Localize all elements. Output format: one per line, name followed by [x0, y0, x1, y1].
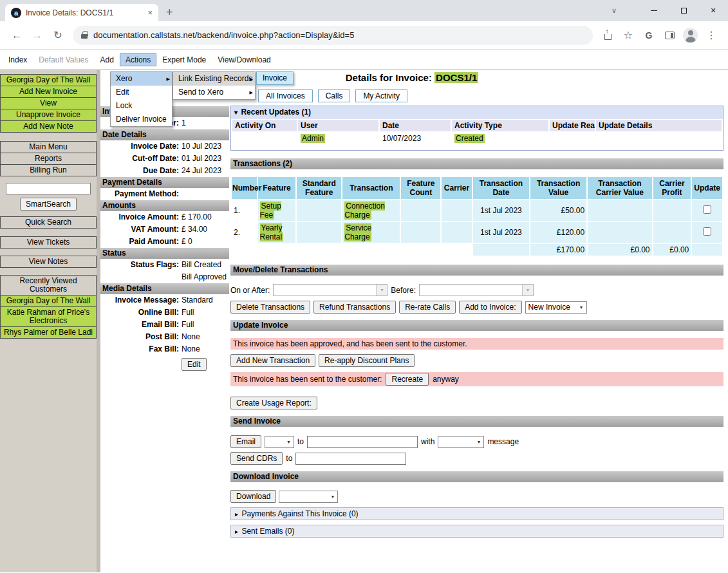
download-button[interactable]: Download	[230, 490, 276, 503]
sidebar-billing-run[interactable]: Billing Run	[0, 164, 97, 176]
column-header: Standard Feature	[297, 177, 341, 199]
field-label: Due Date:	[100, 165, 182, 177]
url-bar[interactable]: documentation.callstats.net/backend/invo…	[73, 26, 593, 45]
menu-item-edit[interactable]: Edit	[111, 86, 172, 99]
delete-transactions-button[interactable]: Delete Transactions	[230, 301, 310, 314]
total-value-cell: £170.00	[530, 244, 586, 256]
maximize-button[interactable]	[669, 0, 698, 21]
transaction-cell: Service Charge	[342, 222, 400, 243]
update-transaction-checkbox[interactable]	[703, 227, 711, 236]
minimize-button[interactable]	[639, 0, 669, 21]
smartsearch-button[interactable]: SmartSearch	[20, 198, 77, 211]
cdrs-to-input[interactable]	[295, 453, 406, 465]
total-carrier-value-cell: £0.00	[588, 244, 651, 256]
sidebar-main-menu[interactable]: Main Menu	[0, 141, 97, 153]
tab-search-chevron-icon[interactable]: ∨	[604, 0, 624, 21]
menu-default-values[interactable]: Default Values	[33, 53, 94, 66]
tab-my-activity[interactable]: My Activity	[355, 89, 407, 102]
expanded-triangle-icon: ▾	[234, 109, 238, 116]
update-transaction-checkbox[interactable]	[703, 205, 711, 214]
add-new-transaction-button[interactable]: Add New Transaction	[230, 354, 315, 367]
transaction-row: 2. Yearly Rental Service Charge 1st Jul …	[232, 222, 722, 243]
collapsed-triangle-icon: ▸	[235, 511, 238, 518]
transactions-header: Transactions (2)	[230, 158, 723, 169]
tab-all-invoices[interactable]: All Invoices	[258, 89, 313, 102]
recent-update-row: Admin 10/07/2023 Created	[232, 133, 722, 144]
share-icon[interactable]	[599, 27, 616, 44]
menu-item-lock[interactable]: Lock	[111, 99, 172, 113]
tab-close-icon[interactable]: ×	[147, 8, 153, 17]
sidebar-quick-search[interactable]: Quick Search	[0, 216, 97, 229]
with-label: with	[421, 437, 434, 446]
empty-cell	[692, 244, 722, 256]
message-label: message	[487, 437, 519, 446]
recent-customer-link[interactable]: Georgia Day of The Wall	[0, 295, 97, 307]
sidebar-add-new-note[interactable]: Add New Note	[0, 120, 97, 133]
email-to-input[interactable]	[307, 436, 418, 448]
sidebar-view-notes[interactable]: View Notes	[0, 256, 97, 268]
back-button[interactable]: ←	[8, 27, 25, 44]
recent-customer-link[interactable]: Rhys Palmer of Belle Ladi	[0, 326, 97, 339]
field-label: Fax Bill:	[100, 343, 182, 355]
email-format-select[interactable]: ▼	[265, 436, 294, 448]
tab-strip: a Invoice Details: DOCS1/1 × + ∨ ×	[0, 0, 728, 21]
tab-calls[interactable]: Calls	[318, 89, 351, 102]
profile-avatar[interactable]	[683, 28, 698, 42]
new-tab-button[interactable]: +	[166, 6, 173, 18]
menu-item-link-existing-records[interactable]: Link Existing Records▶	[173, 72, 255, 86]
recent-updates-toggle[interactable]: ▾ Recent Updates (1)	[231, 106, 723, 118]
field-value	[182, 188, 229, 200]
field-value: None	[182, 343, 229, 355]
sidebar-view-tickets[interactable]: View Tickets	[0, 236, 97, 249]
payments-section-toggle[interactable]: ▸ Payments Against This Invoice (0)	[230, 507, 723, 520]
sidebar-add-new-invoice[interactable]: Add New Invoice	[0, 86, 97, 98]
add-to-invoice-select[interactable]: New Invoice▼	[525, 301, 587, 314]
browser-menu-icon[interactable]: ⋮	[703, 27, 720, 44]
on-or-after-select[interactable]: ▼	[273, 284, 387, 296]
empty-cell	[401, 244, 440, 256]
browser-tab[interactable]: a Invoice Details: DOCS1/1 ×	[5, 4, 158, 21]
sidebar-customer-link[interactable]: Georgia Day of The Wall	[0, 74, 97, 86]
email-bill-row: Email Bill: Full	[100, 319, 229, 331]
forward-button[interactable]: →	[29, 27, 46, 44]
re-rate-calls-button[interactable]: Re-rate Calls	[399, 301, 456, 314]
menu-index[interactable]: Index	[3, 53, 33, 66]
download-row: Download ▼	[230, 490, 723, 503]
menu-item-send-to-xero[interactable]: Send to Xero▶	[173, 86, 255, 99]
invoice-details-panel: Invoice Details Invoice Number: 1 Date D…	[100, 106, 229, 371]
menu-item-deliver-invoice[interactable]: Deliver Invoice	[111, 113, 172, 126]
menu-item-invoice[interactable]: Invoice	[257, 72, 293, 84]
menu-item-xero[interactable]: Xero▶	[111, 72, 172, 86]
sidebar-view[interactable]: View	[0, 97, 97, 109]
menu-actions[interactable]: Actions	[120, 53, 156, 66]
side-panel-icon[interactable]	[661, 27, 678, 44]
download-format-select[interactable]: ▼	[279, 491, 338, 503]
edit-media-button[interactable]: Edit	[182, 358, 207, 371]
bookmark-star-icon[interactable]: ☆	[620, 27, 637, 44]
send-cdrs-button[interactable]: Send CDRs	[230, 452, 283, 465]
online-bill-row: Online Bill: Full	[100, 306, 229, 319]
sidebar-unapprove-invoice[interactable]: Unapprove Invoice	[0, 109, 97, 121]
refund-transactions-button[interactable]: Refund Transactions	[313, 301, 396, 314]
reapply-discount-plans-button[interactable]: Re-apply Discount Plans	[319, 354, 415, 367]
smartsearch-input[interactable]	[6, 183, 91, 194]
recent-updates-header-row: Activity On User Date Activity Type Upda…	[232, 120, 722, 131]
payments-section-title: Payments Against This Invoice (0)	[241, 509, 358, 518]
recent-updates-section: ▾ Recent Updates (1) Activity On User Da…	[230, 106, 723, 151]
menu-expert-mode[interactable]: Expert Mode	[156, 53, 212, 66]
recreate-button[interactable]: Recreate	[386, 373, 429, 386]
recent-customer-link[interactable]: Katie Rahman of Price's Electronics	[0, 306, 97, 327]
before-select[interactable]: ▼	[419, 284, 534, 296]
sidebar-reports[interactable]: Reports	[0, 153, 97, 165]
create-usage-report-button[interactable]: Create Usage Report:	[230, 397, 317, 409]
sent-emails-section-toggle[interactable]: ▸ Sent Emails (0)	[230, 525, 723, 538]
menu-view-download[interactable]: View/Download	[212, 53, 277, 66]
add-to-invoice-button[interactable]: Add to Invoice:	[459, 301, 521, 314]
email-button[interactable]: Email	[230, 435, 261, 448]
message-select[interactable]: ▼	[438, 436, 484, 448]
reload-button[interactable]: ↻	[50, 27, 66, 44]
menu-add[interactable]: Add	[95, 53, 120, 66]
google-icon[interactable]: G	[640, 27, 657, 44]
close-button[interactable]: ×	[698, 0, 728, 21]
invoice-message-row: Invoice Message: Standard	[100, 294, 229, 306]
